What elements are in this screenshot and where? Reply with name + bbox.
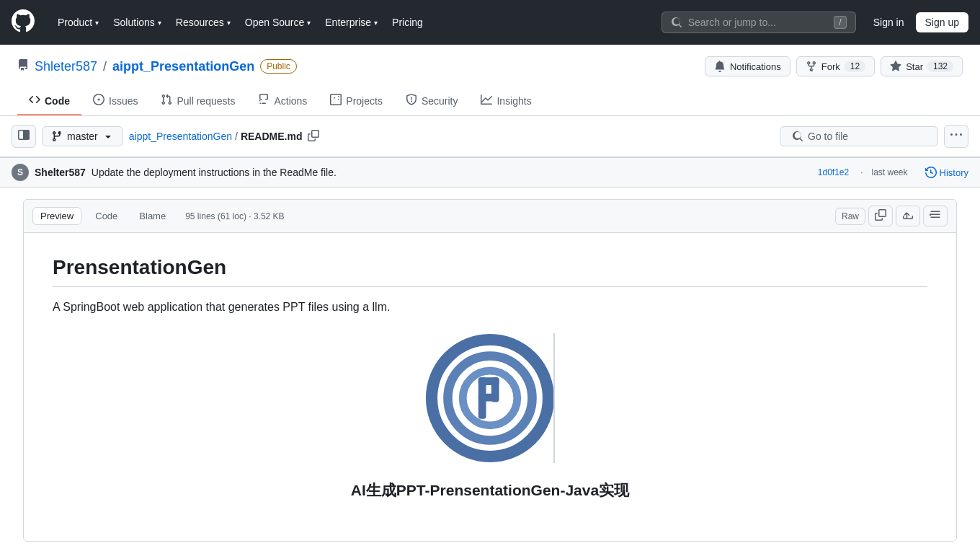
avatar-initials: S (17, 167, 23, 177)
avatar: S (12, 164, 29, 181)
signup-button[interactable]: Sign up (916, 12, 968, 32)
copy-icon (308, 130, 319, 141)
repo-header: Shleter587 / aippt_PresentationGen Publi… (0, 45, 980, 116)
file-path-current: README.md (241, 131, 303, 142)
preview-button[interactable]: Preview (32, 207, 81, 225)
tab-projects[interactable]: Projects (318, 88, 394, 115)
file-view: Preview Code Blame 95 lines (61 loc) · 3… (23, 199, 957, 542)
copy-path-button[interactable] (305, 127, 322, 146)
tab-security-label: Security (422, 95, 458, 107)
chevron-down-icon: ▾ (227, 19, 231, 27)
fork-icon (806, 61, 817, 72)
file-toolbar: master aippt_PresentationGen / README.md… (0, 116, 980, 157)
nav-solutions-label: Solutions (113, 17, 155, 28)
commit-message: Update the deployment instructions in th… (92, 167, 337, 178)
go-to-file-button[interactable]: Go to file (780, 126, 938, 146)
insights-icon (481, 94, 492, 108)
copy-raw-button[interactable] (868, 206, 893, 226)
nav-enterprise-label: Enterprise (325, 17, 371, 28)
nav-pricing-label: Pricing (392, 17, 423, 28)
more-options-button[interactable] (944, 125, 968, 148)
chevron-down-icon: ▾ (158, 19, 161, 27)
tab-insights[interactable]: Insights (469, 88, 543, 115)
repo-name-link[interactable]: aippt_PresentationGen (112, 59, 254, 74)
star-count: 132 (927, 61, 953, 72)
file-actions: Raw (835, 206, 948, 226)
nav-pricing[interactable]: Pricing (386, 12, 429, 32)
commit-time-text: last week (872, 167, 908, 177)
path-separator: / (235, 131, 238, 142)
notifications-label: Notifications (730, 61, 781, 72)
fork-label: Fork (821, 61, 840, 72)
tab-pull-requests-label: Pull requests (177, 95, 235, 107)
svg-rect-6 (491, 377, 499, 402)
file-meta: 95 lines (61 loc) · 3.52 KB (185, 211, 284, 221)
tab-actions-label: Actions (274, 95, 307, 107)
repo-owner-link[interactable]: Shleter587 (35, 59, 97, 74)
nav-product-label: Product (58, 17, 92, 28)
more-icon (950, 129, 962, 141)
commit-row: S Shelter587 Update the deployment instr… (0, 157, 980, 188)
branch-selector[interactable]: master (42, 126, 123, 146)
chevron-down-icon: ▾ (95, 19, 99, 27)
chevron-down-icon: ▾ (307, 19, 311, 27)
fork-button[interactable]: Fork 12 (796, 56, 875, 76)
file-path: aippt_PresentationGen / README.md (129, 127, 323, 146)
nav-links: Product ▾ Solutions ▾ Resources ▾ Open S… (52, 12, 650, 32)
branch-icon (51, 131, 63, 142)
file-view-header: Preview Code Blame 95 lines (61 loc) · 3… (24, 200, 956, 233)
projects-icon (330, 94, 342, 108)
repo-tabs: Code Issues Pull requests Actions Projec… (17, 88, 963, 115)
repo-actions: Notifications Fork 12 Star 132 (705, 56, 963, 76)
nav-enterprise[interactable]: Enterprise ▾ (319, 12, 383, 32)
tab-insights-label: Insights (496, 95, 531, 107)
copy-icon (875, 209, 886, 221)
github-logo[interactable] (12, 9, 35, 36)
signin-button[interactable]: Sign in (868, 12, 910, 32)
search-icon (671, 17, 682, 28)
branch-name: master (67, 131, 98, 142)
raw-button[interactable]: Raw (835, 208, 865, 225)
nav-resources[interactable]: Resources ▾ (170, 12, 236, 32)
tab-issues-label: Issues (109, 95, 138, 107)
search-bar[interactable]: / (662, 12, 856, 33)
search-input[interactable] (688, 17, 829, 28)
tab-pull-requests[interactable]: Pull requests (149, 88, 246, 115)
history-icon (925, 167, 937, 178)
outline-button[interactable] (923, 206, 948, 226)
tab-code-label: Code (45, 95, 70, 107)
code-button[interactable]: Code (87, 207, 125, 225)
nav-open-source[interactable]: Open Source ▾ (239, 12, 317, 32)
nav-resources-label: Resources (176, 17, 224, 28)
nav-product[interactable]: Product ▾ (52, 12, 104, 32)
readme-content: PrensentationGen A SpringBoot web applic… (24, 233, 956, 541)
download-button[interactable] (896, 206, 920, 226)
search-shortcut: / (834, 16, 846, 29)
code-icon (29, 94, 40, 108)
visibility-badge: Public (260, 59, 297, 74)
history-link[interactable]: History (925, 167, 968, 178)
repo-icon (17, 59, 29, 74)
file-path-root-link[interactable]: aippt_PresentationGen (129, 131, 232, 142)
history-label: History (940, 167, 968, 178)
commit-author[interactable]: Shelter587 (35, 167, 86, 178)
blame-button[interactable]: Blame (131, 207, 174, 225)
star-button[interactable]: Star 132 (881, 56, 963, 76)
tab-code[interactable]: Code (17, 88, 81, 115)
go-to-file-label: Go to file (808, 131, 848, 142)
fork-count: 12 (845, 61, 865, 72)
pr-icon (161, 94, 172, 108)
star-label: Star (906, 61, 923, 72)
notifications-button[interactable]: Notifications (705, 56, 790, 76)
sidebar-toggle-button[interactable] (12, 125, 36, 148)
readme-subtitle: AI生成PPT-PrensentationGen-Java实现 (53, 480, 927, 506)
tab-issues[interactable]: Issues (81, 88, 149, 115)
tab-actions[interactable]: Actions (246, 88, 318, 115)
tab-security[interactable]: Security (394, 88, 470, 115)
bell-icon (714, 61, 726, 72)
security-icon (406, 94, 417, 108)
commit-time: · (860, 167, 863, 177)
nav-solutions[interactable]: Solutions ▾ (107, 12, 167, 32)
tab-projects-label: Projects (346, 95, 383, 107)
commit-hash[interactable]: 1d0f1e2 (818, 167, 849, 177)
